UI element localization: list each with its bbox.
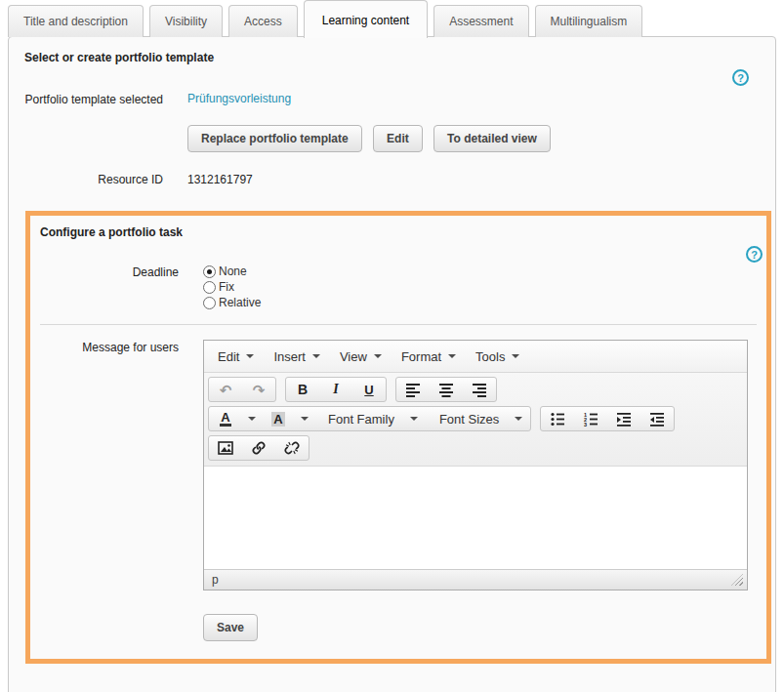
help-icon[interactable]: ? (746, 246, 763, 263)
editor-menubar: Edit Insert View (204, 341, 747, 373)
tab-learning-content[interactable]: Learning content (304, 0, 428, 38)
template-selected-label: Portfolio template selected (24, 92, 163, 107)
align-center-button[interactable] (430, 378, 463, 401)
resize-handle-icon[interactable] (731, 574, 743, 586)
deadline-label: Deadline (40, 265, 179, 310)
edit-button[interactable]: Edit (373, 125, 423, 152)
caret-down-icon (515, 417, 522, 421)
link-icon (251, 440, 267, 456)
bold-button[interactable]: B (286, 378, 319, 401)
replace-portfolio-template-button[interactable]: Replace portfolio template (187, 125, 362, 152)
undo-button[interactable]: ↶ (209, 378, 242, 401)
bullet-list-icon (550, 411, 565, 427)
message-for-users-label: Message for users (40, 340, 179, 590)
menu-format[interactable]: Format (392, 342, 466, 372)
toolbar-row-2: A A Font Family Font Sizes (204, 404, 747, 433)
element-path[interactable]: p (212, 573, 219, 587)
resource-id-row: Resource ID 1312161797 (24, 172, 750, 187)
configure-portfolio-task-section: Configure a portfolio task ? Deadline No… (25, 211, 771, 664)
caret-down-icon (312, 354, 320, 358)
portfolio-template-section: Select or create portfolio template ? Po… (9, 37, 775, 673)
tab-visibility[interactable]: Visibility (149, 5, 223, 37)
align-right-button[interactable] (463, 378, 496, 401)
align-right-icon (472, 382, 487, 397)
toolbar-row-3 (204, 433, 747, 463)
italic-icon: I (333, 382, 338, 397)
save-button[interactable]: Save (203, 614, 258, 641)
editor-toolbars: ↶ ↷ B I U (204, 373, 747, 467)
underline-button[interactable]: U (352, 378, 386, 401)
text-color-icon: A (220, 411, 230, 427)
align-left-button[interactable] (396, 378, 430, 401)
template-selected-row: Portfolio template selected Prüfungsvorl… (24, 92, 750, 107)
caret-down-icon (410, 417, 418, 421)
tab-assessment[interactable]: Assessment (433, 5, 528, 37)
underline-icon: U (364, 383, 373, 397)
caret-down-icon (248, 417, 256, 421)
tab-bar: Title and description Visibility Access … (0, 0, 784, 37)
outdent-icon (649, 411, 665, 427)
outdent-button[interactable] (640, 407, 674, 430)
to-detailed-view-button[interactable]: To detailed view (433, 125, 551, 152)
bullet-list-button[interactable] (541, 407, 574, 430)
deadline-options: None Fix Relative (203, 265, 764, 310)
deadline-row: Deadline None Fix Relative (40, 265, 764, 310)
help-icon[interactable]: ? (732, 69, 749, 86)
align-center-icon (438, 382, 454, 397)
image-icon (218, 440, 233, 456)
insert-link-button[interactable] (242, 436, 275, 460)
resource-id-value: 1312161797 (187, 172, 750, 187)
radio-icon (203, 281, 216, 294)
bold-icon: B (298, 382, 308, 397)
indent-button[interactable] (607, 407, 640, 430)
task-section-header: Configure a portfolio task (40, 225, 764, 239)
menu-view[interactable]: View (330, 342, 392, 372)
redo-button[interactable]: ↷ (242, 378, 275, 401)
menu-tools[interactable]: Tools (466, 342, 529, 372)
unlink-icon (284, 440, 300, 456)
radio-icon (203, 297, 216, 309)
deadline-option-fix[interactable]: Fix (203, 280, 764, 295)
deadline-option-none[interactable]: None (203, 265, 764, 279)
editor-statusbar: p (204, 569, 747, 590)
save-row: Save (203, 614, 764, 641)
menu-edit[interactable]: Edit (208, 342, 264, 372)
caret-down-icon (448, 354, 456, 358)
numbered-list-icon: 123 (583, 411, 598, 427)
align-left-icon (405, 382, 421, 397)
background-color-button[interactable]: A (262, 407, 295, 430)
tab-access[interactable]: Access (228, 5, 298, 37)
section-divider (40, 324, 757, 325)
caret-down-icon (512, 354, 519, 358)
toolbar-row-1: ↶ ↷ B I U (204, 375, 747, 404)
radio-label: Relative (219, 296, 261, 310)
caret-down-icon (374, 354, 382, 358)
portfolio-template-link[interactable]: Prüfungsvorleistung (187, 92, 291, 105)
editor-content[interactable] (204, 467, 747, 569)
tab-multilingualism[interactable]: Multilingualism (535, 5, 643, 37)
message-row: Message for users Edit Insert (40, 340, 764, 590)
background-color-icon: A (271, 412, 284, 427)
tab-title-and-description[interactable]: Title and description (8, 5, 144, 37)
font-family-select[interactable]: Font Family (314, 407, 426, 430)
insert-image-button[interactable] (209, 436, 242, 460)
resource-id-label: Resource ID (24, 172, 163, 187)
menu-insert[interactable]: Insert (264, 342, 330, 372)
message-editor: Edit Insert View (203, 340, 748, 590)
deadline-option-relative[interactable]: Relative (203, 296, 764, 310)
section-header: Select or create portfolio template (24, 51, 750, 64)
text-color-button[interactable]: A (209, 407, 242, 430)
caret-down-icon (301, 417, 309, 421)
caret-down-icon (246, 354, 254, 358)
font-sizes-select[interactable]: Font Sizes (426, 407, 530, 430)
learning-content-panel: Select or create portfolio template ? Po… (8, 36, 776, 692)
radio-selected-icon (203, 265, 216, 278)
redo-icon: ↷ (253, 383, 266, 397)
remove-link-button[interactable] (275, 436, 309, 460)
italic-button[interactable]: I (319, 378, 352, 401)
background-color-menu-button[interactable] (295, 407, 314, 430)
numbered-list-button[interactable]: 123 (574, 407, 607, 430)
indent-icon (616, 411, 632, 427)
template-buttons-row: Replace portfolio template Edit To detai… (24, 125, 750, 152)
text-color-menu-button[interactable] (242, 407, 262, 430)
